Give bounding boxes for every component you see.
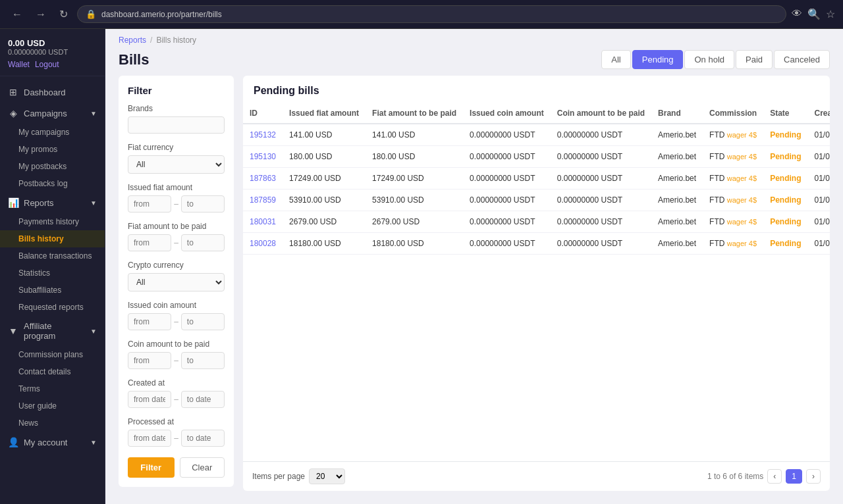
sidebar-item-campaigns[interactable]: ◈ Campaigns ▼: [0, 103, 105, 124]
state-badge: Pending: [770, 174, 801, 183]
range-separator: –: [174, 434, 178, 443]
back-button[interactable]: ←: [8, 6, 26, 23]
col-brand: Brand: [651, 103, 703, 124]
cell-issued-coin: 0.00000000 USDT: [463, 146, 551, 168]
cell-commission: FTD wager 4$: [703, 124, 763, 146]
sidebar-item-postbacks-log[interactable]: Postbacks log: [0, 175, 105, 192]
fiat-to-pay-from[interactable]: [128, 234, 171, 251]
filter-created-at: Created at –: [128, 378, 225, 408]
filter-brands: Brands: [128, 104, 225, 134]
tab-pending[interactable]: Pending: [632, 50, 684, 69]
range-separator: –: [174, 395, 178, 404]
page-1-button[interactable]: 1: [786, 469, 802, 484]
sidebar-item-my-account[interactable]: 👤 My account ▼: [0, 432, 105, 453]
cell-state: Pending: [763, 233, 807, 255]
sidebar-item-my-postbacks[interactable]: My postbacks: [0, 158, 105, 175]
table-row: 187859 53910.00 USD 53910.00 USD 0.00000…: [243, 189, 830, 211]
bills-tbody: 195132 141.00 USD 141.00 USD 0.00000000 …: [243, 124, 830, 255]
filter-created-at-range: –: [128, 391, 225, 408]
cell-coin-to-pay: 0.00000000 USDT: [551, 233, 651, 255]
filter-issued-coin-range: –: [128, 313, 225, 330]
issued-coin-to[interactable]: [181, 313, 225, 330]
bill-id-link[interactable]: 180028: [250, 239, 276, 248]
coin-to-pay-from[interactable]: [128, 352, 171, 369]
items-per-page-select[interactable]: 10 20 50 100: [309, 468, 345, 484]
coin-to-pay-to[interactable]: [181, 352, 225, 369]
sidebar-item-news[interactable]: News: [0, 415, 105, 432]
fiat-currency-select[interactable]: All USD EUR GBP: [128, 155, 225, 174]
cell-state: Pending: [763, 124, 807, 146]
logout-link[interactable]: Logout: [35, 60, 59, 69]
reload-button[interactable]: ↻: [55, 5, 72, 23]
crypto-currency-select[interactable]: All USDT BTC ETH: [128, 273, 225, 291]
sidebar-reports-label: Reports: [24, 198, 54, 208]
bill-id-link[interactable]: 195132: [250, 130, 276, 139]
cell-fiat-to-pay: 17249.00 USD: [366, 168, 463, 189]
table-row: 195130 180.00 USD 180.00 USD 0.00000000 …: [243, 146, 830, 168]
bill-id-link[interactable]: 180031: [250, 217, 276, 226]
filter-button[interactable]: Filter: [128, 457, 175, 478]
tab-all[interactable]: All: [601, 50, 630, 69]
sidebar-item-payments-history[interactable]: Payments history: [0, 213, 105, 230]
campaigns-icon: ◈: [8, 108, 18, 118]
cell-id: 187859: [243, 189, 283, 211]
col-state: State: [763, 103, 807, 124]
clear-button[interactable]: Clear: [180, 457, 225, 478]
tab-on-hold[interactable]: On hold: [684, 50, 734, 69]
sidebar-section-affiliate[interactable]: ▼ Affiliate program ▼: [0, 316, 105, 346]
sidebar-item-label: Dashboard: [24, 88, 66, 97]
next-page-button[interactable]: ›: [806, 469, 821, 484]
wallet-link[interactable]: Wallet: [8, 60, 30, 69]
col-created-at: Created at: [807, 103, 830, 124]
cell-issued-coin: 0.00000000 USDT: [463, 124, 551, 146]
sidebar-item-bills-history[interactable]: Bills history: [0, 230, 105, 247]
filter-processed-at-label: Processed at: [128, 417, 225, 426]
sidebar-item-statistics[interactable]: Statistics: [0, 265, 105, 282]
reports-icon: 📊: [8, 197, 18, 208]
cell-brand: Amerio.bet: [651, 211, 703, 233]
star-icon: ☆: [826, 8, 835, 20]
cell-issued-coin: 0.00000000 USDT: [463, 211, 551, 233]
filter-crypto-currency: Crypto currency All USDT BTC ETH: [128, 261, 225, 291]
state-badge: Pending: [770, 195, 801, 205]
filter-issued-coin: Issued coin amount –: [128, 301, 225, 330]
sidebar-item-commission-plans[interactable]: Commission plans: [0, 346, 105, 363]
brands-input[interactable]: [128, 116, 225, 134]
created-at-to[interactable]: [181, 391, 225, 408]
bill-id-link[interactable]: 195130: [250, 152, 276, 161]
sidebar-item-dashboard[interactable]: ⊞ Dashboard: [0, 82, 105, 103]
sidebar-section-reports[interactable]: 📊 Reports ▼: [0, 192, 105, 213]
processed-at-from[interactable]: [128, 430, 171, 447]
filter-issued-fiat: Issued fiat amount –: [128, 183, 225, 213]
page-header: Bills All Pending On hold Paid Canceled: [105, 47, 843, 76]
tab-paid[interactable]: Paid: [736, 50, 773, 69]
sidebar-links: Wallet Logout: [8, 60, 97, 69]
sidebar-item-user-guide[interactable]: User guide: [0, 397, 105, 415]
sidebar-item-requested-reports[interactable]: Requested reports: [0, 299, 105, 316]
issued-coin-from[interactable]: [128, 313, 171, 330]
breadcrumb-root[interactable]: Reports: [119, 36, 146, 45]
range-separator: –: [174, 238, 178, 247]
issued-fiat-from[interactable]: [128, 195, 171, 213]
eye-icon: 👁: [792, 8, 802, 20]
cell-coin-to-pay: 0.00000000 USDT: [551, 211, 651, 233]
sidebar-item-balance-transactions[interactable]: Balance transactions: [0, 247, 105, 265]
issued-fiat-to[interactable]: [181, 195, 225, 213]
bill-id-link[interactable]: 187859: [250, 195, 276, 205]
sidebar-item-terms[interactable]: Terms: [0, 380, 105, 397]
cell-brand: Amerio.bet: [651, 146, 703, 168]
forward-button[interactable]: →: [32, 6, 50, 23]
tab-canceled[interactable]: Canceled: [774, 50, 830, 69]
sidebar-item-subaffiliates[interactable]: Subaffiliates: [0, 282, 105, 299]
url-text: dashboard.amerio.pro/partner/bills: [101, 10, 222, 19]
processed-at-to[interactable]: [181, 430, 225, 447]
bill-id-link[interactable]: 187863: [250, 174, 276, 183]
created-at-from[interactable]: [128, 391, 171, 408]
sidebar-item-my-campaigns[interactable]: My campaigns: [0, 124, 105, 141]
cell-issued-fiat: 17249.00 USD: [283, 168, 366, 189]
filter-issued-coin-label: Issued coin amount: [128, 301, 225, 310]
sidebar-item-my-promos[interactable]: My promos: [0, 141, 105, 158]
sidebar-item-contact-details[interactable]: Contact details: [0, 363, 105, 380]
fiat-to-pay-to[interactable]: [181, 234, 225, 251]
prev-page-button[interactable]: ‹: [767, 469, 782, 484]
